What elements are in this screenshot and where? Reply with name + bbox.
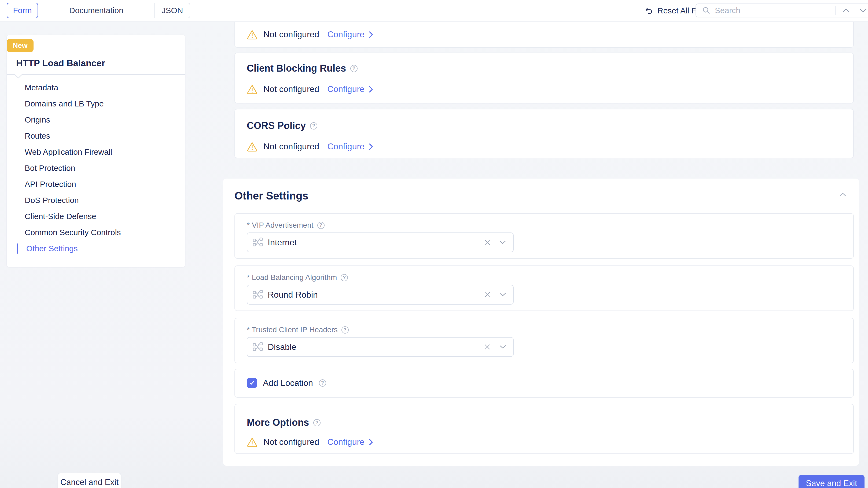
info-icon[interactable] bbox=[341, 326, 349, 333]
sidebar-divider bbox=[7, 74, 185, 79]
load-balancing-algorithm-field-card: * Load Balancing Algorithm Round Robin bbox=[235, 265, 854, 311]
sidebar-item-other-settings[interactable]: Other Settings bbox=[7, 240, 185, 257]
chevron-right-icon bbox=[369, 438, 373, 446]
warning-icon bbox=[247, 30, 257, 39]
info-icon[interactable] bbox=[341, 274, 348, 281]
sidebar-item-bot-protection[interactable]: Bot Protection bbox=[7, 160, 185, 176]
configure-link[interactable]: Configure bbox=[327, 141, 373, 152]
shuffle-icon bbox=[253, 342, 263, 352]
status-row: Not configured Configure bbox=[247, 141, 373, 152]
sidebar-item-api-protection[interactable]: API Protection bbox=[7, 176, 185, 192]
info-icon[interactable] bbox=[313, 419, 320, 426]
trusted-client-ip-headers-field-card: * Trusted Client IP Headers Disable bbox=[235, 318, 854, 363]
clear-icon[interactable] bbox=[484, 291, 491, 298]
tab-form[interactable]: Form bbox=[7, 3, 38, 18]
cors-policy-card: CORS Policy Not configured Configure bbox=[235, 109, 854, 158]
status-row: Not configured Configure bbox=[247, 437, 373, 447]
section-title: Other Settings bbox=[235, 190, 308, 202]
add-location-label: Add Location bbox=[263, 378, 313, 388]
save-and-exit-button[interactable]: Save and Exit bbox=[799, 475, 865, 488]
select-value: Internet bbox=[268, 237, 479, 248]
info-icon[interactable] bbox=[317, 222, 324, 229]
sidebar-item-client-side-defense[interactable]: Client-Side Defense bbox=[7, 208, 185, 224]
clear-icon[interactable] bbox=[484, 239, 491, 246]
chevron-right-icon bbox=[369, 31, 373, 38]
status-text: Not configured bbox=[264, 30, 319, 39]
select-value: Disable bbox=[268, 342, 479, 352]
chevron-down-icon[interactable] bbox=[499, 293, 506, 297]
form-sidebar: New HTTP Load Balancer Metadata Domains … bbox=[7, 35, 185, 267]
chevron-up-icon bbox=[842, 8, 849, 12]
scrolled-card-partial: Not configured Configure bbox=[235, 22, 854, 48]
status-text: Not configured bbox=[264, 84, 319, 94]
search-divider bbox=[835, 6, 836, 15]
chevron-up-icon bbox=[840, 193, 846, 196]
status-text: Not configured bbox=[264, 437, 319, 447]
field-label: * Load Balancing Algorithm bbox=[247, 273, 348, 282]
warning-icon bbox=[247, 85, 257, 94]
card-title: More Options bbox=[247, 417, 320, 428]
status-text: Not configured bbox=[264, 141, 319, 152]
add-location-row: Add Location bbox=[247, 378, 326, 388]
chevron-down-icon[interactable] bbox=[499, 240, 506, 245]
add-location-checkbox[interactable] bbox=[247, 378, 257, 388]
search-next-button[interactable] bbox=[857, 8, 868, 12]
sidebar-title: HTTP Load Balancer bbox=[16, 58, 105, 68]
chevron-right-icon bbox=[369, 86, 373, 93]
sidebar-item-dos-protection[interactable]: DoS Protection bbox=[7, 192, 185, 208]
new-badge: New bbox=[7, 39, 34, 52]
warning-icon bbox=[247, 437, 257, 447]
sidebar-item-routes[interactable]: Routes bbox=[7, 128, 185, 144]
chevron-right-icon bbox=[369, 143, 373, 151]
tab-json[interactable]: JSON bbox=[155, 3, 190, 18]
configure-link[interactable]: Configure bbox=[327, 437, 373, 447]
search-icon bbox=[702, 6, 711, 15]
sidebar-item-web-application-firewall[interactable]: Web Application Firewall bbox=[7, 144, 185, 160]
add-location-field-card: Add Location bbox=[235, 369, 854, 398]
sidebar-item-origins[interactable]: Origins bbox=[7, 112, 185, 128]
info-icon[interactable] bbox=[350, 65, 358, 72]
card-title: CORS Policy bbox=[247, 120, 317, 131]
info-icon[interactable] bbox=[319, 380, 326, 387]
status-row: Not configured Configure bbox=[247, 84, 373, 94]
vip-advertisement-select[interactable]: Internet bbox=[247, 232, 514, 252]
shuffle-icon bbox=[253, 290, 263, 300]
check-icon bbox=[249, 380, 255, 386]
card-title: Client Blocking Rules bbox=[247, 63, 358, 74]
vip-advertisement-field-card: * VIP Advertisement Internet bbox=[235, 213, 854, 259]
configure-link[interactable]: Configure bbox=[327, 84, 373, 94]
trusted-client-ip-headers-select[interactable]: Disable bbox=[247, 337, 514, 357]
configure-link[interactable]: Configure bbox=[327, 30, 373, 39]
search-box bbox=[695, 3, 868, 18]
sidebar-item-domains-lb-type[interactable]: Domains and LB Type bbox=[7, 96, 185, 112]
chevron-down-icon bbox=[860, 8, 867, 12]
search-input[interactable] bbox=[714, 6, 831, 15]
cancel-and-exit-button[interactable]: Cancel and Exit bbox=[58, 473, 121, 488]
field-label: * Trusted Client IP Headers bbox=[247, 326, 349, 334]
clear-icon[interactable] bbox=[484, 344, 491, 350]
warning-icon bbox=[247, 142, 257, 152]
search-prev-button[interactable] bbox=[839, 8, 853, 12]
more-options-card: More Options Not configured Configure bbox=[235, 404, 854, 454]
field-label: * VIP Advertisement bbox=[247, 221, 324, 230]
other-settings-section: Other Settings * VIP Advertisement Inter… bbox=[223, 178, 859, 466]
tab-documentation[interactable]: Documentation bbox=[38, 3, 155, 18]
chevron-down-icon[interactable] bbox=[499, 345, 506, 349]
sidebar-nav: Metadata Domains and LB Type Origins Rou… bbox=[7, 79, 185, 257]
shuffle-icon bbox=[253, 237, 263, 248]
sidebar-item-metadata[interactable]: Metadata bbox=[7, 79, 185, 96]
load-balancing-algorithm-select[interactable]: Round Robin bbox=[247, 285, 514, 304]
select-value: Round Robin bbox=[268, 290, 479, 300]
collapse-section-button[interactable] bbox=[840, 193, 846, 197]
info-icon[interactable] bbox=[310, 122, 317, 130]
view-tabs: Form Documentation JSON bbox=[7, 3, 190, 18]
top-toolbar: Form Documentation JSON Reset All Fields bbox=[0, 0, 868, 22]
reset-icon bbox=[645, 6, 653, 15]
client-blocking-rules-card: Client Blocking Rules Not configured Con… bbox=[235, 53, 854, 103]
status-row: Not configured Configure bbox=[247, 30, 373, 39]
sidebar-item-common-security-controls[interactable]: Common Security Controls bbox=[7, 224, 185, 240]
